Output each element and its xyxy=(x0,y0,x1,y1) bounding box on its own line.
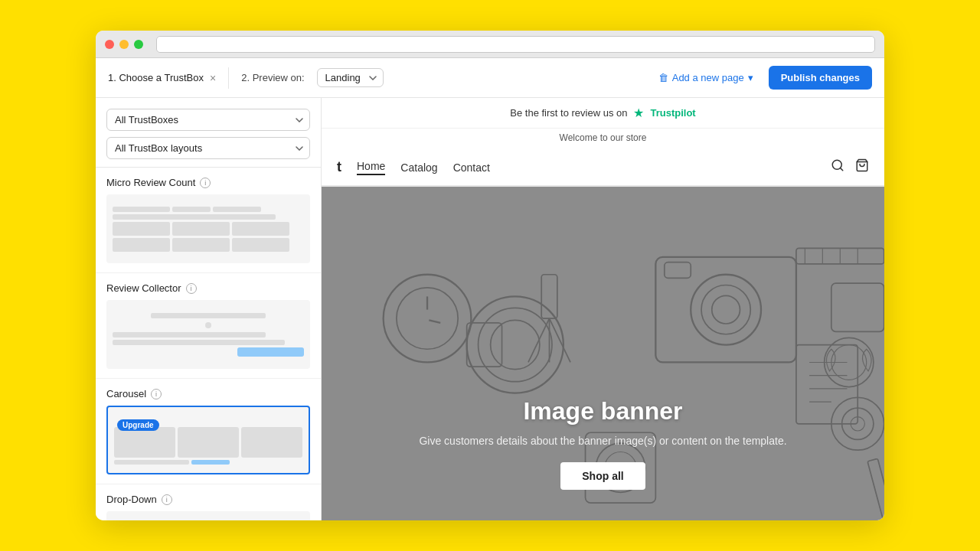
svg-line-1 xyxy=(840,168,842,170)
store-header: Be the first to review us on ★ Trustpilo… xyxy=(322,98,884,187)
store-logo: t xyxy=(337,159,341,175)
preview-block xyxy=(172,238,230,252)
chevron-down-icon: ▾ xyxy=(748,72,753,83)
trustbox-item-review-collector[interactable]: Review Collector i xyxy=(96,273,321,379)
search-icon[interactable] xyxy=(831,158,844,176)
step1-text: 1. Choose a TrustBox xyxy=(108,72,204,83)
carousel-card xyxy=(241,427,302,458)
preview-row xyxy=(113,207,304,212)
hero-content: Image banner Give customers details abou… xyxy=(403,374,802,520)
preview-line xyxy=(213,207,261,212)
traffic-light-yellow[interactable] xyxy=(119,40,129,49)
nav-link-contact[interactable]: Contact xyxy=(453,161,490,174)
item-name: Carousel xyxy=(106,388,146,399)
trustpilot-star-icon: ★ xyxy=(633,106,644,120)
micro-preview-content xyxy=(113,207,304,252)
preview-block xyxy=(113,238,170,252)
hero-banner: Image banner Give customers details abou… xyxy=(322,187,884,520)
filter-trustboxes-select[interactable]: All TrustBoxes xyxy=(106,109,310,131)
publish-button[interactable]: Publish changes xyxy=(769,66,872,90)
trustpilot-text: Be the first to review us on xyxy=(510,107,627,119)
preview-line-blue xyxy=(191,460,229,465)
add-page-button[interactable]: 🗑 Add a new page ▾ xyxy=(652,67,760,88)
item-header: Review Collector i xyxy=(106,282,310,294)
preview-line xyxy=(114,460,189,465)
upgrade-badge: Upgrade xyxy=(117,419,159,431)
review-preview-content xyxy=(113,313,304,357)
preview-block xyxy=(232,222,289,236)
item-header: Carousel i xyxy=(106,388,310,399)
nav-links: Home Catalog Contact xyxy=(357,160,490,175)
nav-icons xyxy=(831,158,869,176)
hero-cta-button[interactable]: Shop all xyxy=(560,462,645,490)
preview-block xyxy=(232,238,289,252)
traffic-light-red[interactable] xyxy=(105,40,114,49)
browser-window: 1. Choose a TrustBox × 2. Preview on: La… xyxy=(96,31,884,520)
carousel-card xyxy=(114,427,175,458)
step2-label: 2. Preview on: xyxy=(241,72,304,83)
trustbox-item-carousel[interactable]: Carousel i Upgrade xyxy=(96,379,321,484)
add-page-label: Add a new page xyxy=(672,72,744,83)
preview-line xyxy=(113,207,170,212)
micro-review-preview xyxy=(106,194,310,263)
preview-area: Be the first to review us on ★ Trustpilo… xyxy=(322,98,884,520)
info-icon[interactable]: i xyxy=(186,283,197,294)
trustpilot-bar: Be the first to review us on ★ Trustpilo… xyxy=(322,98,884,129)
preview-block xyxy=(172,222,230,236)
traffic-light-green[interactable] xyxy=(134,40,143,49)
item-name: Drop-Down xyxy=(106,494,157,505)
hero-subtitle: Give customers details about the banner … xyxy=(419,435,786,447)
carousel-cards-row xyxy=(114,427,302,458)
hero-title: Image banner xyxy=(419,397,786,425)
info-icon[interactable]: i xyxy=(162,494,172,505)
carousel-footer-row xyxy=(114,460,302,465)
preview-blocks-row2 xyxy=(113,238,304,252)
preview-block xyxy=(113,222,170,236)
info-icon[interactable]: i xyxy=(151,389,162,399)
preview-line xyxy=(151,313,266,318)
store-nav: t Home Catalog Contact xyxy=(322,149,884,186)
browser-titlebar xyxy=(96,31,884,58)
step1-label: 1. Choose a TrustBox × xyxy=(108,72,216,84)
info-icon[interactable]: i xyxy=(200,178,211,188)
store-welcome-text: Welcome to our store xyxy=(322,129,884,149)
sidebar-filters: All TrustBoxes All TrustBox layouts xyxy=(96,98,321,168)
cart-icon[interactable] xyxy=(855,158,869,176)
preview-line xyxy=(113,332,266,337)
item-name: Review Collector xyxy=(106,282,181,294)
filter-layouts-select[interactable]: All TrustBox layouts xyxy=(106,137,310,159)
app-container: 1. Choose a TrustBox × 2. Preview on: La… xyxy=(96,58,884,520)
step1-close-button[interactable]: × xyxy=(210,72,216,84)
toolbar: 1. Choose a TrustBox × 2. Preview on: La… xyxy=(96,58,884,98)
preview-dot xyxy=(205,322,211,328)
item-name: Micro Review Count xyxy=(106,177,195,188)
item-header: Micro Review Count i xyxy=(106,177,310,188)
preview-blocks-row xyxy=(113,222,304,236)
review-collector-preview xyxy=(106,300,310,369)
toolbar-divider xyxy=(228,67,229,89)
item-header: Drop-Down i xyxy=(106,494,310,505)
trustbox-item-dropdown[interactable]: Drop-Down i Upgrade xyxy=(96,484,321,520)
main-content: All TrustBoxes All TrustBox layouts Micr… xyxy=(96,98,884,520)
preview-cta-row xyxy=(113,347,304,357)
trustbox-item-micro-review-count[interactable]: Micro Review Count i xyxy=(96,168,321,273)
dropdown-preview: Upgrade xyxy=(106,511,310,520)
preview-line xyxy=(113,214,276,220)
preview-line xyxy=(172,207,211,212)
sidebar: All TrustBoxes All TrustBox layouts Micr… xyxy=(96,98,322,520)
nav-link-home[interactable]: Home xyxy=(357,160,385,175)
trustpilot-logo: Trustpilot xyxy=(650,107,695,119)
preview-line xyxy=(113,340,285,345)
carousel-preview: Upgrade xyxy=(106,406,310,474)
trash-icon: 🗑 xyxy=(658,72,668,83)
carousel-preview-content: Upgrade xyxy=(114,416,302,465)
address-bar[interactable] xyxy=(156,36,875,53)
preview-cta xyxy=(237,347,305,357)
carousel-card xyxy=(178,427,239,458)
nav-link-catalog[interactable]: Catalog xyxy=(400,161,437,174)
preview-select[interactable]: Landing Home Product xyxy=(317,68,384,87)
